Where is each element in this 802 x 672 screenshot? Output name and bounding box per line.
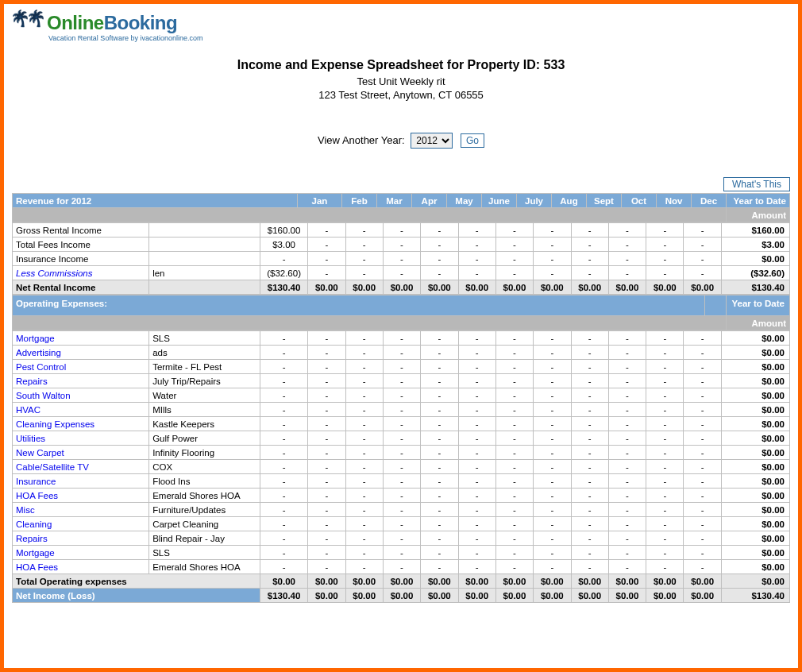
expense-link[interactable]: Advertising <box>16 348 61 357</box>
expense-link[interactable]: South Walton <box>16 391 71 400</box>
expense-link[interactable]: Utilities <box>16 434 45 443</box>
cell: - <box>608 252 646 266</box>
revenue-table: Revenue for 2012 Jan Feb Mar Apr May Jun… <box>12 193 790 222</box>
expense-link[interactable]: Misc <box>16 505 35 515</box>
cell: - <box>421 531 458 546</box>
ytd-cell: $130.40 <box>721 589 789 603</box>
cell: - <box>608 360 646 374</box>
expense-link[interactable]: Cleaning <box>16 519 52 529</box>
expense-link[interactable]: HOA Fees <box>16 562 58 572</box>
cell: - <box>646 517 684 531</box>
cell: - <box>345 266 383 280</box>
cell: - <box>684 431 721 446</box>
cell: - <box>534 223 571 238</box>
cell: - <box>345 374 383 388</box>
cell: - <box>646 388 684 403</box>
cell: - <box>571 238 608 252</box>
cell: $0.00 <box>383 280 420 295</box>
cell: $0.00 <box>345 589 383 603</box>
cell: - <box>684 517 721 531</box>
cell: - <box>345 446 383 460</box>
cell: - <box>383 374 420 388</box>
cell: - <box>534 417 571 431</box>
cell: - <box>646 503 684 517</box>
expense-link[interactable]: Mortgage <box>16 334 55 343</box>
cell: - <box>495 266 533 280</box>
expense-link[interactable]: Repairs <box>16 534 48 543</box>
expense-link[interactable]: HOA Fees <box>16 491 58 500</box>
expense-link[interactable]: Insurance <box>16 477 56 486</box>
expense-link[interactable]: New Carpet <box>16 448 64 458</box>
cell: - <box>345 431 383 446</box>
cell: - <box>495 460 533 474</box>
ytd-cell: $0.00 <box>721 446 789 460</box>
cell: - <box>383 346 420 360</box>
cell: - <box>495 446 533 460</box>
expense-link[interactable]: Repairs <box>16 377 48 386</box>
cell: - <box>458 431 495 446</box>
cell: - <box>383 388 420 403</box>
cell: $160.00 <box>260 223 307 238</box>
ytd-cell: $0.00 <box>721 374 789 388</box>
cell: - <box>495 417 533 431</box>
row-label[interactable]: Less Commissions <box>16 268 93 278</box>
cell: - <box>571 360 608 374</box>
whats-this-button[interactable]: What's This <box>723 177 790 191</box>
expense-link[interactable]: Mortgage <box>16 548 55 558</box>
cell: - <box>684 446 721 460</box>
cell: - <box>421 431 458 446</box>
cell: - <box>646 403 684 417</box>
cell: - <box>458 403 495 417</box>
cell: - <box>608 403 646 417</box>
expense-row: CleaningCarpet Cleaning------------$0.00 <box>13 517 790 531</box>
cell: - <box>608 431 646 446</box>
expense-link[interactable]: Cable/Satellite TV <box>16 462 89 472</box>
expense-row: MortgageSLS------------$0.00 <box>13 331 790 346</box>
cell: $0.00 <box>571 574 608 589</box>
ytd-cell: $0.00 <box>721 417 789 431</box>
ytd-amount-header: Amount <box>727 208 790 222</box>
cell: - <box>458 489 495 503</box>
expense-row: Advertisingads------------$0.00 <box>13 346 790 360</box>
cell: - <box>646 489 684 503</box>
cell: ($32.60) <box>260 266 307 280</box>
cell: $0.00 <box>646 574 684 589</box>
go-button[interactable]: Go <box>461 133 484 148</box>
cell: - <box>260 431 307 446</box>
cell: - <box>458 531 495 546</box>
cell: - <box>260 474 307 489</box>
cell: $3.00 <box>260 238 307 252</box>
expense-detail: Infinity Flooring <box>149 446 260 460</box>
cell: - <box>684 417 721 431</box>
expense-link[interactable]: Cleaning Expenses <box>16 419 94 429</box>
cell: - <box>260 531 307 546</box>
cell: - <box>308 238 345 252</box>
cell: - <box>608 223 646 238</box>
ytd-cell: $3.00 <box>721 238 789 252</box>
year-select[interactable]: 2012 <box>411 133 453 149</box>
property-name: Test Unit Weekly rit <box>12 75 790 87</box>
expense-link[interactable]: HVAC <box>16 405 40 415</box>
ytd-cell: $0.00 <box>721 560 789 574</box>
property-address: 123 Test Street, Anytown, CT 06555 <box>12 89 790 101</box>
cell: $0.00 <box>308 589 345 603</box>
cell: - <box>684 374 721 388</box>
expenses-ytd-header: Year to Date <box>727 295 790 316</box>
cell: - <box>608 531 646 546</box>
expense-detail: MIlls <box>149 403 260 417</box>
cell: $0.00 <box>260 574 307 589</box>
cell: - <box>534 489 571 503</box>
cell: - <box>571 388 608 403</box>
expense-link[interactable]: Pest Control <box>16 362 66 372</box>
cell: - <box>383 360 420 374</box>
row-label: Total Operating expenses <box>13 574 260 589</box>
cell: - <box>308 546 345 560</box>
cell: $0.00 <box>646 589 684 603</box>
cell: - <box>383 431 420 446</box>
cell: - <box>646 431 684 446</box>
cell: - <box>421 474 458 489</box>
cell: - <box>684 238 721 252</box>
cell: - <box>571 560 608 574</box>
cell: - <box>260 403 307 417</box>
cell: - <box>534 446 571 460</box>
